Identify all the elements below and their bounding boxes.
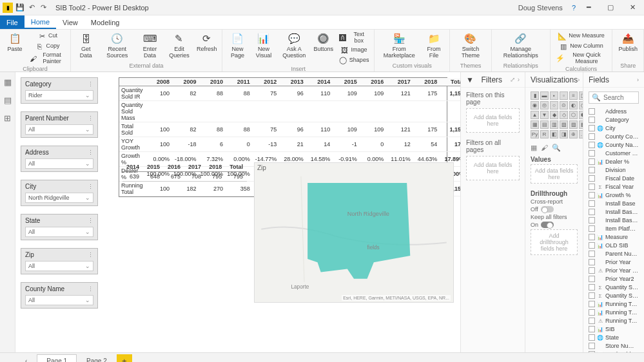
field-running-total[interactable]: 📊Running Total	[589, 300, 639, 308]
viz-type-icon[interactable]: ◎	[540, 101, 549, 110]
field-prior-year-yoy-[interactable]: ⚠Prior Year YoY%	[589, 267, 639, 274]
data-view-icon[interactable]: ▤	[2, 94, 14, 106]
tab-modeling[interactable]: Modeling	[84, 15, 126, 29]
field-state[interactable]: 🌐State	[589, 334, 639, 341]
analytics-tab-icon[interactable]: 🔍	[552, 144, 561, 152]
ask-question-button[interactable]: 💬Ask A Question	[278, 31, 310, 61]
search-input[interactable]	[603, 94, 636, 101]
viz-type-icon[interactable]: ⊕	[569, 130, 578, 138]
field-fiscal-date[interactable]: Fiscal Date	[589, 175, 639, 182]
enter-data-button[interactable]: ⌨Enter Data	[137, 31, 162, 61]
report-view-icon[interactable]: ▦	[2, 76, 14, 88]
viz-type-icon[interactable]: ◨	[560, 130, 568, 138]
viz-type-icon[interactable]: ▥	[550, 120, 558, 129]
get-data-button[interactable]: 🗄Get Data	[75, 31, 97, 61]
viz-type-icon[interactable]: ◧	[550, 130, 558, 138]
tab-home[interactable]: Home	[24, 15, 56, 29]
field-dealer-[interactable]: 📊Dealer %	[589, 158, 639, 166]
refresh-button[interactable]: ⟳Refresh	[196, 31, 218, 54]
undo-icon[interactable]: ↶	[27, 3, 36, 12]
field-division[interactable]: Division	[589, 166, 639, 174]
field-address[interactable]: Address	[589, 108, 639, 115]
viz-type-icon[interactable]: ▼	[540, 111, 549, 119]
image-button[interactable]: 🖼Image	[337, 45, 371, 55]
collapse-icon[interactable]: ›	[637, 77, 639, 83]
cross-report-toggle[interactable]: Cross-report	[531, 198, 578, 205]
slicer-city[interactable]: City⋮North Ridgeville⌄	[21, 180, 98, 206]
cut-button[interactable]: ✂Cut	[28, 31, 66, 41]
viz-type-icon[interactable]: ≡	[569, 91, 578, 100]
from-file-button[interactable]: 📁From File	[422, 31, 445, 61]
user-name[interactable]: Doug Stevens	[518, 4, 563, 12]
new-column-button[interactable]: ▥New Column	[554, 41, 609, 52]
relationships-button[interactable]: 🔗Manage Relationships	[496, 31, 546, 61]
report-canvas[interactable]: Category⋮Rider⌄Parent Number⋮All⌄Address…	[15, 72, 460, 352]
edit-queries-button[interactable]: ✎Edit Queries	[165, 31, 193, 61]
viz-type-icon[interactable]: ▮	[531, 91, 539, 100]
field-measure[interactable]: 📊Measure	[589, 233, 639, 241]
tab-view[interactable]: View	[56, 15, 84, 29]
paste-button[interactable]: 📋Paste	[4, 31, 26, 54]
all-filters-well[interactable]: Add data fields here	[466, 156, 520, 180]
marketplace-button[interactable]: 🏪From Marketplace	[378, 31, 420, 61]
slicer-state[interactable]: State⋮All⌄	[21, 214, 98, 240]
values-well[interactable]: Add data fields here	[531, 164, 578, 184]
field-install-base-h-[interactable]: Install Base H...	[589, 216, 639, 224]
field-install-base[interactable]: Install Base	[589, 200, 639, 207]
maximize-button[interactable]: ▢	[601, 1, 620, 14]
viz-type-icon[interactable]: ◉	[531, 101, 539, 110]
cross-report-switch[interactable]: Off	[531, 206, 578, 213]
buttons-button[interactable]: 🔘Buttons	[313, 31, 335, 54]
viz-type-icon[interactable]: ▬	[540, 91, 549, 100]
slicer-address[interactable]: Address⋮All⌄	[21, 146, 98, 172]
keep-filters-switch[interactable]: On	[531, 222, 578, 228]
visualization-picker[interactable]: ▮▬▪▫≡◫◉◎○⊙◐◑▲▼◆◇⬡⬢▦▤▥▧▨▩PyR◧◨⊕…	[531, 91, 578, 138]
recent-sources-button[interactable]: 🕓Recent Sources	[99, 31, 135, 61]
field-store-number[interactable]: Store Number	[589, 342, 639, 350]
viz-type-icon[interactable]: ○	[550, 101, 558, 110]
slicer-zip[interactable]: Zip⋮All⌄	[21, 248, 98, 274]
field-prior-year[interactable]: Prior Year	[589, 258, 639, 266]
field-city[interactable]: 🌐City	[589, 124, 639, 132]
field-county-code[interactable]: County Code	[589, 133, 639, 140]
add-page-button[interactable]: +	[117, 354, 132, 363]
shapes-button[interactable]: ◯Shapes	[337, 55, 371, 66]
drillthrough-well[interactable]: Add drillthrough fields here	[531, 229, 578, 255]
format-tab-icon[interactable]: 🖌	[541, 144, 548, 152]
field-quantity-sold-[interactable]: ΣQuantity Sold...	[589, 292, 639, 300]
expand-icon[interactable]: ⤢	[510, 76, 515, 83]
field-sib[interactable]: 📊SIB	[589, 325, 639, 333]
viz-type-icon[interactable]: Py	[531, 130, 539, 138]
new-measure-button[interactable]: 📐New Measure	[554, 31, 609, 41]
fields-tab-icon[interactable]: ▦	[531, 144, 537, 152]
new-page-button[interactable]: 📄New Page	[226, 31, 249, 61]
slicer-county-name[interactable]: County Name⋮All⌄	[21, 282, 98, 309]
viz-type-icon[interactable]: ⊙	[560, 101, 568, 110]
redo-icon[interactable]: ↷	[39, 3, 48, 12]
viz-type-icon[interactable]: ▪	[550, 91, 558, 100]
viz-type-icon[interactable]: ▨	[569, 120, 578, 129]
field-customer-na-[interactable]: Customer Na...	[589, 149, 639, 157]
viz-type-icon[interactable]: ◇	[560, 111, 568, 119]
slicer-category[interactable]: Category⋮Rider⌄	[21, 77, 98, 104]
viz-type-icon[interactable]: ◆	[550, 111, 558, 119]
save-icon[interactable]: 💾	[15, 3, 24, 12]
help-icon[interactable]: ?	[572, 4, 576, 12]
close-button[interactable]: ✕	[623, 1, 641, 14]
viz-type-icon[interactable]: ⬡	[569, 111, 578, 119]
field-running-total-2[interactable]: 📊Running Total 2	[589, 309, 639, 316]
slicer-parent-number[interactable]: Parent Number⋮All⌄	[21, 111, 98, 138]
viz-type-icon[interactable]: ▲	[531, 111, 539, 119]
field-running-total-3[interactable]: ⚠Running Total 3	[589, 317, 639, 325]
field-fiscal-year[interactable]: ΣFiscal Year	[589, 183, 639, 191]
map-visual[interactable]: Zip North Ridgeville fields Laporte Esri…	[254, 162, 454, 303]
field-old-sib[interactable]: 📊OLD SIB	[589, 242, 639, 249]
collapse-icon[interactable]: ›	[578, 77, 580, 83]
field-total-sold[interactable]: 📊Total Sold	[589, 350, 639, 352]
small-table-visual[interactable]: 20142015201620172018Total639648675708795…	[122, 162, 247, 182]
fields-search[interactable]: 🔍	[589, 91, 639, 104]
tab-file[interactable]: File	[0, 15, 24, 29]
field-parent-number[interactable]: Parent Number	[589, 250, 639, 258]
field-prior-year2[interactable]: Prior Year2	[589, 275, 639, 283]
viz-type-icon[interactable]: ▤	[540, 120, 549, 129]
